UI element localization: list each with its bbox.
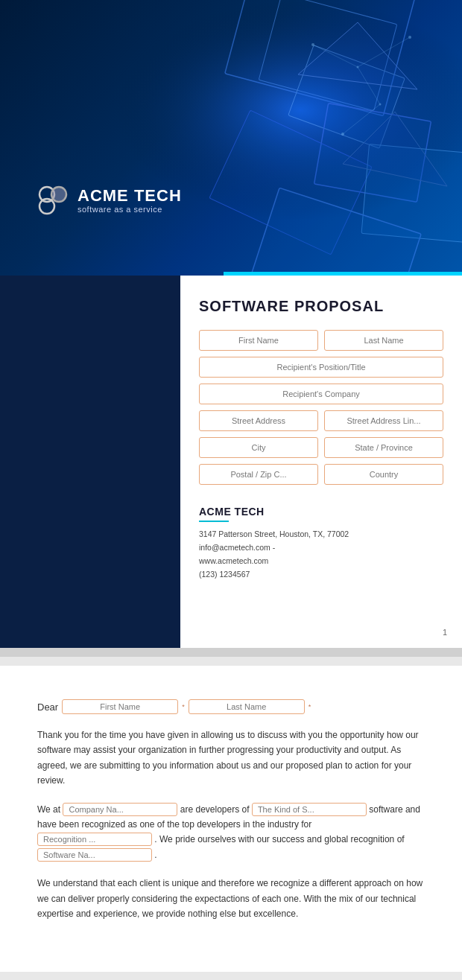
company-name-inline-field[interactable] (63, 803, 177, 816)
street2-field[interactable] (324, 410, 443, 431)
page1-left-panel (0, 276, 180, 648)
country-field[interactable] (324, 464, 443, 485)
paragraph-1: Thank you for the time you have given in… (37, 728, 425, 789)
software-type-field[interactable] (252, 803, 367, 816)
street-row (199, 410, 443, 431)
sender-email: info@acmetech.com - (199, 543, 275, 552)
software-name-field[interactable] (37, 848, 152, 862)
sender-company-name: ACME TECH (199, 506, 443, 518)
required-marker-1: * (182, 703, 185, 710)
page1-bottom: SOFTWARE PROPOSAL (0, 276, 462, 648)
hero-banner: ACME TECH software as a service (0, 0, 462, 276)
logo-tagline: software as a service (77, 205, 182, 214)
proposal-title: SOFTWARE PROPOSAL (199, 298, 443, 315)
first-name-field[interactable] (199, 330, 318, 351)
p2-mid3: . We pride ourselves with our success an… (154, 834, 404, 844)
company-logo: ACME TECH software as a service (37, 185, 182, 216)
sender-phone: (123) 1234567 (199, 570, 250, 579)
position-field[interactable] (199, 357, 443, 378)
last-name-field[interactable] (324, 330, 443, 351)
dear-last-name-field[interactable] (189, 699, 305, 714)
postal-country-row (199, 464, 443, 485)
name-row (199, 330, 443, 351)
company-field[interactable] (199, 384, 443, 404)
sender-website: www.acmetech.com (199, 556, 268, 565)
sender-address: 3147 Patterson Street, Houston, TX, 7700… (199, 529, 349, 538)
page-number: 1 (443, 628, 447, 637)
company-row (199, 384, 443, 404)
logo-icon (37, 185, 69, 216)
logo-company-name: ACME TECH (77, 187, 182, 205)
page-gap (0, 648, 462, 657)
page-1: ACME TECH software as a service SOFTWARE… (0, 0, 462, 648)
position-row (199, 357, 443, 378)
recognition-field[interactable] (37, 833, 152, 846)
page-2: Dear * * Thank you for the time you have… (0, 666, 462, 972)
city-field[interactable] (199, 437, 318, 458)
p2-mid1: are developers of (180, 804, 250, 815)
sender-section: ACME TECH 3147 Patterson Street, Houston… (199, 500, 443, 581)
logo-text: ACME TECH software as a service (77, 187, 182, 214)
postal-field[interactable] (199, 464, 318, 485)
state-field[interactable] (324, 437, 443, 458)
paragraph-3: We understand that each client is unique… (37, 876, 425, 921)
city-state-row (199, 437, 443, 458)
sender-underline (199, 521, 229, 522)
dear-first-name-field[interactable] (62, 699, 178, 714)
p2-end: . (154, 850, 156, 860)
dear-line: Dear * * (37, 699, 425, 714)
paragraph-2: We at are developers of software and hav… (37, 802, 425, 863)
dear-label: Dear (37, 701, 58, 713)
required-marker-2: * (308, 703, 311, 710)
sender-details: 3147 Patterson Street, Houston, TX, 7700… (199, 528, 443, 581)
hero-decoration (0, 0, 462, 276)
svg-point-22 (51, 187, 66, 202)
page1-right-panel: SOFTWARE PROPOSAL (180, 276, 462, 648)
p2-start: We at (37, 804, 60, 815)
street1-field[interactable] (199, 410, 318, 431)
